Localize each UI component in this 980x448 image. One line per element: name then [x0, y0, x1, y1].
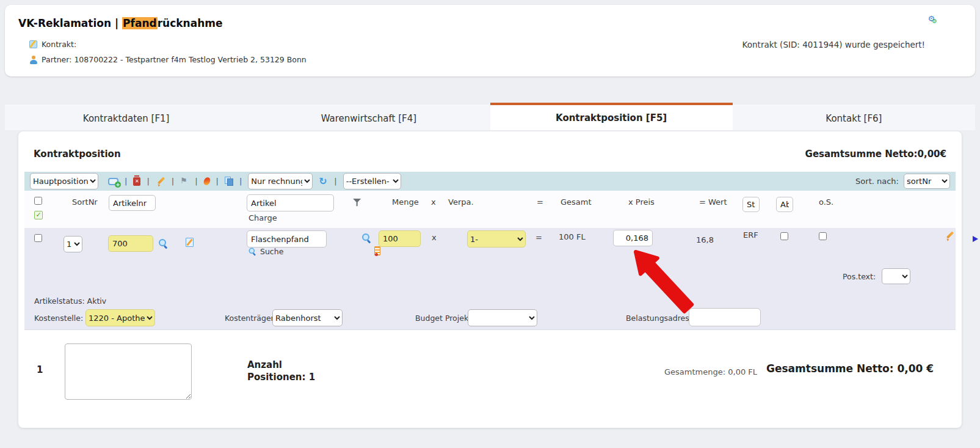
suche-label: Suche: [260, 247, 283, 256]
delete-icon[interactable]: [133, 177, 140, 186]
budget-projekt-label: Budget Projekt:: [415, 314, 474, 323]
partner-line: Partner: 108700222 - Testpartner f4m Tes…: [29, 55, 307, 64]
col-gesamt: Gesamt: [561, 197, 592, 207]
toolbar-separator: |: [334, 177, 336, 186]
artikelstatus-label: Artikelstatus: Aktiv: [34, 296, 106, 306]
finish-flag-icon[interactable]: [180, 177, 189, 186]
page-title-suffix: rücknahme: [158, 17, 223, 29]
artikelnr-search-icon[interactable]: [159, 239, 168, 248]
refresh-icon[interactable]: [319, 177, 328, 186]
tab-kontakt-label: Kontakt [F6]: [826, 113, 882, 124]
col-x-preis: x Preis: [628, 197, 655, 207]
status-filter-input[interactable]: [742, 197, 760, 212]
sort-select[interactable]: sortNr: [904, 174, 950, 189]
postext-label: Pos.text:: [843, 272, 876, 281]
toolbar-separator: |: [125, 177, 127, 186]
row-artikelnr-input[interactable]: [108, 235, 153, 252]
tab-warenwirtschaft-label: Warenwirtschaft [F4]: [321, 113, 416, 124]
tab-warenwirtschaft[interactable]: Warenwirtschaft [F4]: [247, 105, 490, 130]
kontrakt-label: Kontrakt:: [42, 40, 76, 49]
toolbar-separator: |: [147, 177, 149, 186]
position-note-textarea[interactable]: [65, 343, 192, 400]
col-sortnr: SortNr: [72, 197, 98, 207]
abruf-filter-input[interactable]: [776, 197, 793, 212]
select-all-checkbox[interactable]: [34, 197, 42, 205]
row-menge-input[interactable]: [379, 230, 421, 247]
toolbar-separator: |: [172, 177, 174, 186]
contract-note-icon: [29, 40, 37, 48]
suche-search-icon: [249, 248, 256, 255]
row-status-value: ERF: [743, 230, 758, 240]
tab-kontraktdaten-label: Kontraktdaten [F1]: [83, 113, 170, 124]
article-info-icon[interactable]: [374, 246, 380, 255]
sort-label: Sort. nach:: [855, 177, 899, 186]
row-artikel-input[interactable]: [247, 230, 327, 248]
panel-header: Kontraktposition Gesamtsumme Netto:0,00€: [34, 149, 946, 160]
panel-title: Kontraktposition: [34, 149, 121, 160]
kostentraeger-label: Kostenträger:: [225, 314, 277, 323]
settings-gears-icon[interactable]: [927, 14, 937, 24]
kontrakt-line: Kontrakt:: [29, 40, 76, 49]
row-verpackung-select[interactable]: 1-: [467, 230, 526, 248]
gear-green-icon: [932, 18, 937, 24]
tab-kontakt[interactable]: Kontakt [F6]: [733, 105, 975, 130]
tab-kontraktdaten[interactable]: Kontraktdaten [F1]: [5, 105, 247, 130]
row-expand-icon[interactable]: [973, 236, 978, 242]
kostenstelle-label: Kostenstelle:: [34, 314, 83, 323]
row-gesamt-value: 100 FL: [559, 232, 586, 241]
postext-select[interactable]: [882, 268, 910, 284]
total-net-top: Gesamtsumme Netto:0,00€: [805, 149, 946, 160]
suche-link[interactable]: Suche: [248, 247, 283, 256]
page-title: VK-Reklamation | Pfandrücknahme: [18, 17, 223, 29]
col-os: o.S.: [819, 197, 833, 207]
summary-row-number: 1: [37, 364, 43, 375]
budget-projekt-select[interactable]: [468, 309, 537, 326]
kontraktposition-panel: Kontraktposition Gesamtsumme Netto:0,00€…: [18, 131, 962, 428]
artikel-filter-input[interactable]: [247, 194, 334, 211]
row-flag1-checkbox[interactable]: [780, 232, 788, 240]
col-menge: Menge: [392, 197, 419, 207]
row-x-label: x: [432, 233, 437, 242]
col-x: x: [431, 197, 436, 207]
gesamtsumme-netto-value: Gesamtsumme Netto: 0,00 €: [766, 362, 934, 375]
copy-icon[interactable]: [225, 177, 233, 186]
create-select[interactable]: --Erstellen-: [343, 173, 401, 189]
toolbar-separator: |: [216, 177, 219, 186]
tab-kontraktposition-label: Kontraktposition [F5]: [556, 112, 667, 123]
row-preis-input[interactable]: [613, 230, 653, 246]
row-select-checkbox[interactable]: [34, 234, 42, 242]
position-row: 1 Suche x 1- = 100 FL 16,8 ERF Pos.text:…: [24, 228, 956, 330]
kostentraeger-select[interactable]: Rabenhorst: [272, 309, 343, 326]
artikel-search-icon[interactable]: [362, 233, 371, 243]
summary-section: 1 Anzahl Positionen: 1 Gesamtmenge: 0,00…: [24, 330, 956, 428]
invoice-filter-select[interactable]: Nur rechnung: [248, 173, 313, 189]
page-title-highlight: Pfand: [122, 17, 158, 29]
position-toolbar: Hauptposition | | | | | | Nur rechnung |…: [24, 172, 956, 191]
col-eq-wert: = Wert: [699, 197, 727, 207]
flame-icon[interactable]: [203, 177, 210, 186]
row-edit-icon[interactable]: [945, 231, 954, 241]
row-wert-value: 16,8: [696, 235, 714, 244]
tab-kontraktposition[interactable]: Kontraktposition [F5]: [490, 103, 733, 130]
anzahl-label: Anzahl: [247, 359, 315, 371]
row-sortnr-select[interactable]: 1: [64, 236, 82, 252]
gesamtmenge-value: Gesamtmenge: 0,00 FL: [664, 367, 757, 376]
col-eq: =: [537, 197, 543, 207]
belastungsadresse-input[interactable]: [689, 308, 761, 326]
artikelnr-filter-input[interactable]: [109, 195, 156, 211]
kostenstelle-select[interactable]: 1220 - Apothe: [85, 309, 155, 326]
save-status-message: Kontrakt (SID: 4011944) wurde gespeicher…: [742, 40, 925, 50]
positionen-label: Positionen: 1: [247, 371, 315, 383]
header-card: VK-Reklamation | Pfandrücknahme Kontrakt…: [5, 5, 975, 76]
page-title-prefix: VK-Reklamation |: [18, 17, 122, 29]
edit-icon[interactable]: [156, 177, 165, 186]
artikel-doc-icon[interactable]: [186, 238, 194, 247]
col-charge: Charge: [249, 213, 277, 222]
filter-funnel-icon[interactable]: [353, 198, 361, 207]
position-type-select[interactable]: Hauptposition: [30, 173, 98, 189]
row-flag2-checkbox[interactable]: [819, 232, 827, 240]
toolbar-separator: |: [195, 177, 197, 186]
col-verpa: Verpa.: [448, 197, 474, 207]
add-position-icon[interactable]: [108, 178, 118, 185]
select-all-confirm-icon[interactable]: [34, 211, 43, 219]
